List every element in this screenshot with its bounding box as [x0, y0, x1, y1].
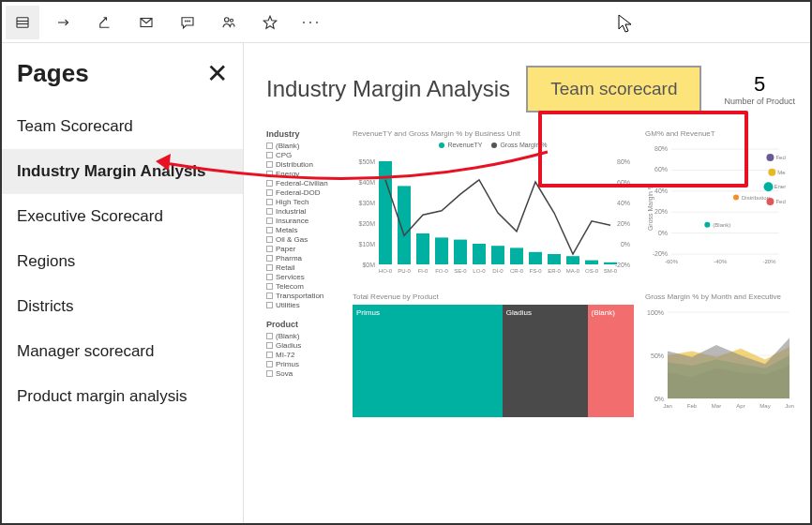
svg-text:40%: 40% [617, 200, 630, 206]
svg-text:MA-0: MA-0 [566, 268, 580, 274]
svg-rect-33 [529, 252, 542, 264]
treemap-block[interactable]: Gladius [503, 305, 588, 417]
svg-rect-31 [510, 248, 523, 264]
kpi-value: 5 [724, 72, 795, 97]
filter-item[interactable]: (Blank) [266, 332, 343, 340]
panel-toggle-button[interactable] [6, 6, 39, 39]
cursor-icon [617, 13, 634, 38]
filter-item[interactable]: Sova [266, 369, 343, 378]
filter-item[interactable]: Telecom [266, 282, 343, 291]
filter-item[interactable]: (Blank) [266, 142, 343, 150]
filter-item[interactable]: High Tech [266, 198, 343, 206]
filter-item[interactable]: Utilities [266, 301, 343, 309]
mail-icon[interactable] [129, 6, 163, 39]
svg-text:0%: 0% [654, 396, 664, 402]
svg-text:$20M: $20M [358, 220, 375, 227]
nav-product-margin[interactable]: Product margin analysis [2, 374, 243, 419]
svg-text:CR-0: CR-0 [510, 268, 524, 274]
svg-rect-21 [416, 233, 429, 264]
teams-icon[interactable] [212, 6, 246, 39]
treemap-block[interactable]: (Blank) [588, 305, 634, 417]
svg-marker-10 [263, 16, 277, 28]
filter-item[interactable]: Pharma [266, 254, 343, 262]
svg-point-65 [766, 154, 774, 161]
svg-text:Fed: Fed [775, 199, 785, 204]
area-chart[interactable]: Gross Margin % by Month and Executive 10… [645, 292, 795, 417]
svg-point-5 [185, 21, 186, 22]
chat-icon[interactable] [171, 6, 204, 39]
svg-text:Jan: Jan [663, 403, 672, 409]
svg-text:20%: 20% [654, 208, 668, 215]
filter-item[interactable]: CPG [266, 151, 343, 159]
svg-text:40%: 40% [654, 188, 668, 194]
nav-team-scorecard[interactable]: Team Scorecard [2, 104, 243, 149]
svg-point-75 [704, 222, 710, 228]
svg-rect-17 [379, 161, 392, 264]
svg-text:Gross Margin %: Gross Margin % [647, 184, 654, 231]
nav-districts[interactable]: Districts [2, 284, 243, 329]
filter-product-title: Product [266, 320, 343, 329]
svg-text:SM-0: SM-0 [604, 268, 618, 274]
filter-item[interactable]: Federal-DOD [266, 188, 343, 197]
svg-text:-60%: -60% [665, 259, 679, 264]
svg-text:$30M: $30M [358, 200, 375, 206]
filter-item[interactable]: Federal-Civilian [266, 179, 343, 188]
svg-text:50%: 50% [651, 352, 664, 359]
svg-rect-29 [491, 246, 504, 264]
svg-text:-20%: -20% [615, 262, 630, 268]
legend-revenue: RevenueTY [447, 142, 482, 148]
team-scorecard-button[interactable]: Team scorecard [526, 66, 701, 112]
export-icon[interactable] [47, 6, 81, 39]
filter-item[interactable]: Services [266, 273, 343, 281]
svg-text:Mar: Mar [712, 403, 721, 409]
filter-item[interactable]: Paper [266, 245, 343, 253]
filter-item[interactable]: Metals [266, 226, 343, 234]
filter-item[interactable]: Primus [266, 360, 343, 368]
filter-item[interactable]: Industrial [266, 207, 343, 216]
filter-item[interactable]: Retail [266, 263, 343, 272]
svg-rect-35 [548, 254, 561, 264]
svg-text:100%: 100% [647, 309, 664, 316]
filter-item[interactable]: Distribution [266, 160, 343, 169]
close-icon[interactable]: ✕ [206, 58, 228, 89]
filter-item[interactable]: Insurance [266, 217, 343, 225]
svg-text:OS-0: OS-0 [585, 268, 599, 274]
nav-executive-scorecard[interactable]: Executive Scorecard [2, 194, 243, 239]
svg-text:Ener: Ener [774, 184, 787, 189]
treemap-block[interactable]: Primus [353, 305, 503, 417]
svg-rect-27 [473, 244, 486, 264]
svg-text:(Blank): (Blank) [713, 222, 730, 228]
svg-point-69 [764, 182, 774, 191]
svg-point-71 [733, 195, 739, 201]
svg-text:PU-0: PU-0 [398, 268, 411, 274]
svg-text:-20%: -20% [653, 250, 668, 257]
svg-text:May: May [759, 403, 770, 409]
svg-rect-37 [566, 256, 579, 264]
svg-text:LO-0: LO-0 [473, 268, 486, 274]
share-icon[interactable] [88, 6, 122, 39]
filter-item[interactable]: Oil & Gas [266, 235, 343, 244]
svg-point-9 [231, 19, 233, 22]
nav-industry-margin[interactable]: Industry Margin Analysis [2, 149, 243, 194]
star-icon[interactable] [253, 6, 287, 39]
filter-panel: Industry (Blank)CPGDistributionEnergyFed… [266, 129, 343, 427]
treemap-chart[interactable]: Total Revenue by Product PrimusGladius(B… [353, 292, 634, 417]
svg-text:0%: 0% [658, 230, 668, 236]
filter-item[interactable]: Energy [266, 170, 343, 178]
filter-item[interactable]: Gladius [266, 341, 343, 350]
filter-industry-title: Industry [266, 129, 343, 139]
more-button[interactable]: ··· [294, 6, 328, 39]
nav-regions[interactable]: Regions [2, 239, 243, 284]
annotation-callout [538, 111, 748, 188]
svg-text:Apr: Apr [736, 403, 744, 409]
toolbar: ··· [2, 2, 810, 43]
svg-point-8 [225, 17, 230, 22]
svg-text:$40M: $40M [358, 179, 375, 186]
filter-item[interactable]: MI-72 [266, 351, 343, 359]
svg-rect-23 [435, 237, 448, 264]
svg-point-73 [766, 198, 774, 205]
svg-text:HO-0: HO-0 [379, 268, 393, 274]
nav-manager-scorecard[interactable]: Manager scorecard [2, 329, 243, 374]
svg-text:-20%: -20% [763, 259, 777, 264]
filter-item[interactable]: Transportation [266, 292, 343, 300]
